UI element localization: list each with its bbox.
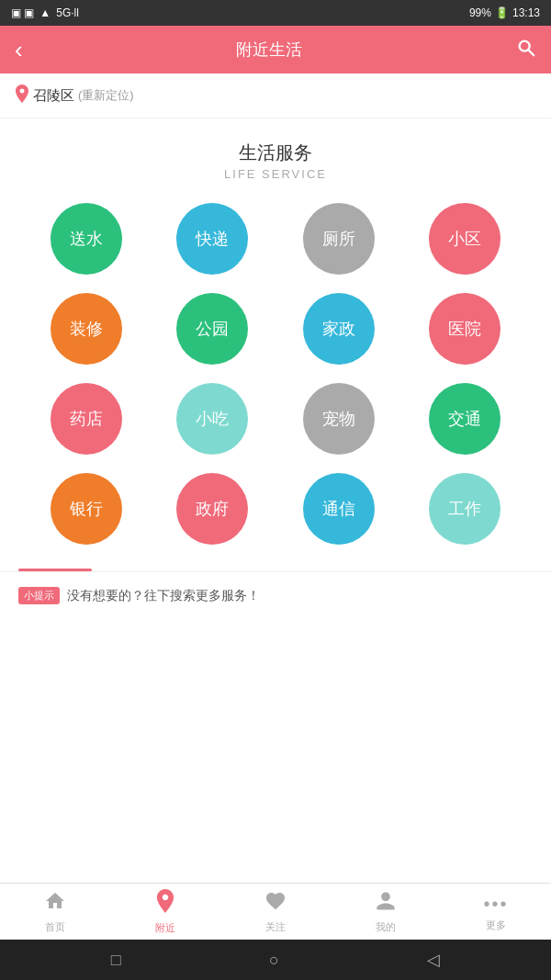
- android-nav-bar: □ ○ ◁: [0, 940, 551, 980]
- service-label: 快递: [196, 228, 229, 250]
- battery-icon: 🔋: [495, 6, 509, 19]
- status-right: 99% 🔋 13:13: [469, 6, 540, 19]
- service-circle: 家政: [303, 293, 375, 365]
- service-item-小区[interactable]: 小区: [407, 203, 524, 275]
- nav-item-nearby[interactable]: 附近: [110, 884, 220, 941]
- section-title: 生活服务 LIFE SERVICE: [0, 118, 551, 188]
- nav-item-home[interactable]: 首页: [0, 884, 110, 940]
- service-label: 医院: [448, 318, 481, 340]
- tip-text: 没有想要的？往下搜索更多服务！: [67, 588, 260, 604]
- service-label: 交通: [448, 408, 481, 430]
- service-circle: 交通: [429, 383, 500, 455]
- nav-label-home: 首页: [45, 920, 65, 934]
- service-label: 送水: [70, 228, 103, 250]
- service-item-宠物[interactable]: 宠物: [280, 383, 398, 455]
- service-label: 厕所: [322, 228, 355, 250]
- tip-badge: 小提示: [18, 587, 60, 604]
- service-circle: 公园: [176, 293, 248, 365]
- service-label: 政府: [196, 498, 229, 520]
- back-button[interactable]: ‹: [15, 36, 23, 64]
- network-icon: 5G·ll: [56, 6, 79, 19]
- search-button[interactable]: [516, 38, 536, 62]
- service-item-医院[interactable]: 医院: [407, 293, 524, 365]
- service-item-通信[interactable]: 通信: [280, 473, 398, 545]
- location-reset-button[interactable]: (重新定位): [78, 87, 134, 104]
- service-item-快递[interactable]: 快递: [154, 203, 272, 275]
- nav-icon-home: [44, 890, 66, 918]
- status-bar: ▣ ▣ ▲ 5G·ll 99% 🔋 13:13: [0, 0, 551, 26]
- app-header: ‹ 附近生活: [0, 26, 551, 73]
- service-item-政府[interactable]: 政府: [154, 473, 272, 545]
- nav-icon-more: •••: [483, 892, 508, 916]
- service-label: 装修: [70, 318, 103, 340]
- location-area: 召陵区: [33, 87, 74, 105]
- service-label: 工作: [448, 498, 481, 520]
- service-circle: 装修: [51, 293, 122, 365]
- android-recent-button[interactable]: □: [111, 951, 121, 970]
- nav-label-mine: 我的: [376, 920, 396, 934]
- android-home-button[interactable]: ○: [269, 951, 279, 970]
- tip-box: 小提示 没有想要的？往下搜索更多服务！: [0, 572, 551, 619]
- service-item-家政[interactable]: 家政: [280, 293, 398, 365]
- nav-item-follow[interactable]: 关注: [220, 884, 331, 940]
- android-back-button[interactable]: ◁: [427, 950, 440, 970]
- service-circle: 政府: [176, 473, 248, 545]
- bottom-nav: 首页 附近 关注 我的 ••• 更多: [0, 883, 551, 940]
- service-circle: 药店: [51, 383, 122, 455]
- location-pin-icon: [15, 84, 29, 107]
- service-item-银行[interactable]: 银行: [28, 473, 145, 545]
- nav-item-more[interactable]: ••• 更多: [441, 886, 551, 938]
- service-circle: 银行: [51, 473, 122, 545]
- nav-label-more: 更多: [486, 918, 506, 932]
- service-item-厕所[interactable]: 厕所: [280, 203, 398, 275]
- service-circle: 小区: [429, 203, 500, 275]
- service-item-小吃[interactable]: 小吃: [154, 383, 272, 455]
- service-item-送水[interactable]: 送水: [28, 203, 145, 275]
- service-label: 通信: [322, 498, 355, 520]
- service-label: 家政: [322, 318, 355, 340]
- nav-icon-nearby: [155, 889, 175, 918]
- signal-icon: ▣ ▣: [11, 6, 34, 19]
- service-item-装修[interactable]: 装修: [28, 293, 145, 365]
- nav-icon-follow: [264, 890, 287, 918]
- service-label: 药店: [70, 408, 103, 430]
- service-label: 宠物: [322, 408, 355, 430]
- service-grid: 送水 快递 厕所 小区 装修 公园 家政: [9, 188, 542, 559]
- service-label: 银行: [70, 498, 103, 520]
- nav-icon-mine: [375, 890, 397, 918]
- service-item-工作[interactable]: 工作: [407, 473, 524, 545]
- service-circle: 医院: [429, 293, 500, 365]
- service-circle: 厕所: [303, 203, 375, 275]
- nav-label-nearby: 附近: [155, 921, 175, 935]
- service-circle: 通信: [303, 473, 375, 545]
- service-label: 小区: [448, 228, 481, 250]
- nav-label-follow: 关注: [265, 920, 286, 934]
- main-content: 生活服务 LIFE SERVICE 送水 快递 厕所 小区 装修: [0, 118, 551, 883]
- service-label: 小吃: [196, 408, 229, 430]
- section-title-zh: 生活服务: [0, 141, 551, 165]
- nav-item-mine[interactable]: 我的: [331, 884, 441, 940]
- service-label: 公园: [196, 318, 229, 340]
- status-left: ▣ ▣ ▲ 5G·ll: [11, 6, 79, 19]
- header-title: 附近生活: [236, 39, 302, 61]
- service-circle: 小吃: [176, 383, 248, 455]
- service-item-药店[interactable]: 药店: [28, 383, 145, 455]
- wifi-icon: ▲: [39, 6, 51, 19]
- service-circle: 宠物: [303, 383, 375, 455]
- time-display: 13:13: [512, 6, 540, 19]
- service-item-交通[interactable]: 交通: [407, 383, 524, 455]
- location-bar[interactable]: 召陵区 (重新定位): [0, 73, 551, 118]
- section-title-en: LIFE SERVICE: [0, 167, 551, 181]
- service-circle: 工作: [429, 473, 500, 545]
- service-circle: 送水: [51, 203, 122, 275]
- service-circle: 快递: [176, 203, 248, 275]
- battery-text: 99%: [469, 6, 491, 19]
- svg-line-1: [528, 50, 534, 55]
- service-item-公园[interactable]: 公园: [154, 293, 272, 365]
